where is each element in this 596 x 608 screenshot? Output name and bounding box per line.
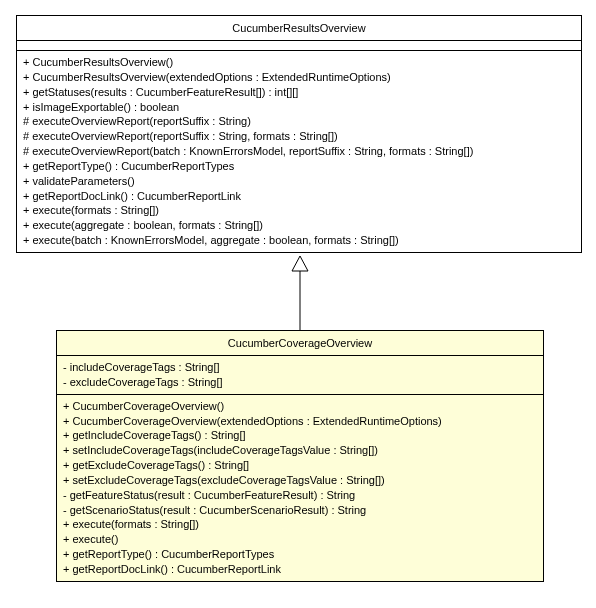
op: + getExcludeCoverageTags() : String[] [63, 458, 537, 473]
op: # executeOverviewReport(reportSuffix : S… [23, 114, 575, 129]
op: + getReportDocLink() : CucumberReportLin… [23, 189, 575, 204]
op: - getScenarioStatus(result : CucumberSce… [63, 503, 537, 518]
op: + validateParameters() [23, 174, 575, 189]
op: + getReportType() : CucumberReportTypes [63, 547, 537, 562]
operations-section: + CucumberCoverageOverview() + CucumberC… [57, 395, 543, 581]
op: + execute(batch : KnownErrorsModel, aggr… [23, 233, 575, 248]
op: # executeOverviewReport(batch : KnownErr… [23, 144, 575, 159]
attributes-section: - includeCoverageTags : String[] - exclu… [57, 356, 543, 395]
class-name-text: CucumberCoverageOverview [228, 337, 372, 349]
attributes-empty [17, 41, 581, 51]
op: + execute(formats : String[]) [63, 517, 537, 532]
generalization-arrow-icon [290, 256, 310, 330]
uml-class-parent: CucumberResultsOverview + CucumberResult… [16, 15, 582, 253]
op: + setExcludeCoverageTags(excludeCoverage… [63, 473, 537, 488]
op: + isImageExportable() : boolean [23, 100, 575, 115]
op: + getReportType() : CucumberReportTypes [23, 159, 575, 174]
op: + getStatuses(results : CucumberFeatureR… [23, 85, 575, 100]
uml-class-child: CucumberCoverageOverview - includeCovera… [56, 330, 544, 582]
operations-section: + CucumberResultsOverview() + CucumberRe… [17, 51, 581, 252]
class-name-text: CucumberResultsOverview [232, 22, 365, 34]
op: + CucumberCoverageOverview(extendedOptio… [63, 414, 537, 429]
attr: - excludeCoverageTags : String[] [63, 375, 537, 390]
op: + CucumberCoverageOverview() [63, 399, 537, 414]
attr: - includeCoverageTags : String[] [63, 360, 537, 375]
op: + getReportDocLink() : CucumberReportLin… [63, 562, 537, 577]
op: + setIncludeCoverageTags(includeCoverage… [63, 443, 537, 458]
op: + getIncludeCoverageTags() : String[] [63, 428, 537, 443]
op: + CucumberResultsOverview(extendedOption… [23, 70, 575, 85]
op: + CucumberResultsOverview() [23, 55, 575, 70]
op: + execute(formats : String[]) [23, 203, 575, 218]
op: + execute() [63, 532, 537, 547]
op: - getFeatureStatus(result : CucumberFeat… [63, 488, 537, 503]
svg-marker-1 [292, 256, 308, 271]
class-title: CucumberResultsOverview [17, 16, 581, 41]
op: # executeOverviewReport(reportSuffix : S… [23, 129, 575, 144]
class-title: CucumberCoverageOverview [57, 331, 543, 356]
op: + execute(aggregate : boolean, formats :… [23, 218, 575, 233]
